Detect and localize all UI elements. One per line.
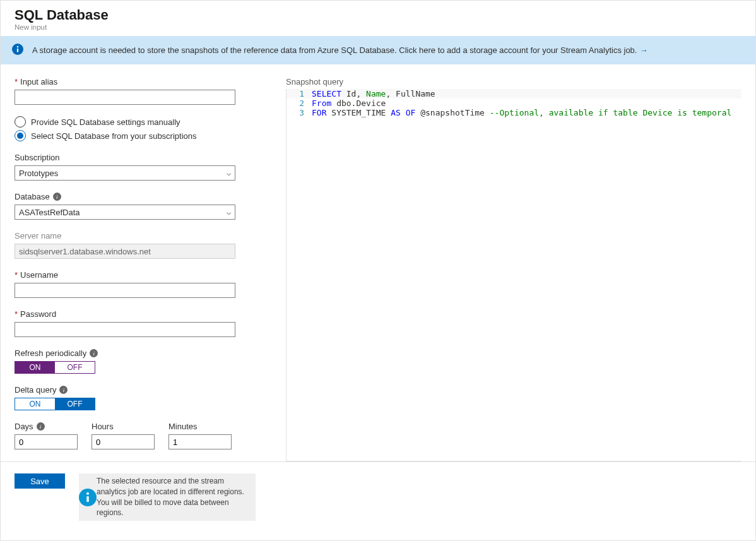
hours-input[interactable] bbox=[92, 434, 155, 449]
radio-manual[interactable]: Provide SQL Database settings manually bbox=[15, 116, 267, 128]
svg-rect-1 bbox=[17, 49, 18, 52]
password-field: *Password bbox=[15, 309, 267, 337]
region-warning: The selected resource and the stream ana… bbox=[79, 473, 256, 521]
page-title: SQL Database bbox=[15, 7, 741, 23]
radio-icon bbox=[15, 116, 26, 128]
database-label: Database bbox=[15, 192, 50, 201]
chevron-down-icon: ⌵ bbox=[227, 208, 231, 217]
delta-toggle[interactable]: ON OFF bbox=[15, 398, 95, 410]
subscription-select[interactable]: Prototypes ⌵ bbox=[15, 165, 235, 181]
password-input[interactable] bbox=[15, 322, 235, 337]
arrow-right-icon: → bbox=[639, 45, 647, 55]
info-icon bbox=[12, 44, 23, 57]
days-input[interactable] bbox=[15, 434, 78, 449]
subscription-label: Subscription bbox=[15, 153, 60, 162]
toggle-off: OFF bbox=[55, 362, 95, 373]
region-warning-text: The selected resource and the stream ana… bbox=[97, 476, 248, 518]
input-alias-input[interactable] bbox=[15, 90, 235, 105]
database-select[interactable]: ASATestRefData ⌵ bbox=[15, 205, 235, 220]
snapshot-query-label: Snapshot query bbox=[286, 77, 741, 86]
hours-label: Hours bbox=[92, 422, 114, 431]
username-input[interactable] bbox=[15, 283, 235, 298]
minutes-input[interactable] bbox=[168, 434, 232, 449]
input-alias-label: Input alias bbox=[20, 77, 57, 86]
toggle-on: ON bbox=[15, 398, 55, 410]
page-header: SQL Database New input bbox=[1, 1, 755, 36]
refresh-label: Refresh periodically bbox=[15, 348, 86, 358]
refresh-toggle[interactable]: ON OFF bbox=[15, 361, 95, 374]
refresh-field: Refresh periodicallyi ON OFF bbox=[15, 348, 267, 374]
toggle-off: OFF bbox=[55, 398, 95, 410]
subscription-field: Subscription Prototypes ⌵ bbox=[15, 153, 267, 181]
days-label: Days bbox=[15, 422, 33, 431]
toggle-on: ON bbox=[15, 362, 55, 373]
snapshot-query-editor[interactable]: 1SELECT Id, Name, FullName2From dbo.Devi… bbox=[286, 89, 741, 461]
svg-rect-4 bbox=[86, 496, 89, 502]
server-name-field: Server name bbox=[15, 231, 267, 259]
help-icon[interactable]: i bbox=[90, 349, 98, 357]
username-label: Username bbox=[20, 270, 58, 280]
server-name-input bbox=[15, 244, 235, 259]
banner-text: A storage account is needed to store the… bbox=[32, 45, 637, 55]
server-label: Server name bbox=[15, 231, 61, 241]
database-value: ASATestRefData bbox=[19, 208, 80, 217]
save-button[interactable]: Save bbox=[15, 473, 65, 489]
radio-sub-label: Select SQL Database from your subscripti… bbox=[31, 131, 197, 141]
username-field: *Username bbox=[15, 270, 267, 298]
help-icon[interactable]: i bbox=[37, 422, 45, 431]
info-icon bbox=[79, 489, 97, 506]
svg-rect-5 bbox=[86, 492, 89, 495]
database-field: Databasei ASATestRefData ⌵ bbox=[15, 192, 267, 220]
input-alias-field: *Input alias bbox=[15, 77, 267, 105]
radio-subscription[interactable]: Select SQL Database from your subscripti… bbox=[15, 130, 267, 141]
help-icon[interactable]: i bbox=[59, 386, 68, 394]
password-label: Password bbox=[20, 309, 56, 319]
radio-manual-label: Provide SQL Database settings manually bbox=[31, 117, 180, 127]
delta-field: Delta queryi ON OFF bbox=[15, 385, 267, 410]
minutes-label: Minutes bbox=[168, 422, 198, 431]
page-subtitle: New input bbox=[15, 23, 741, 31]
svg-rect-2 bbox=[17, 46, 18, 47]
chevron-down-icon: ⌵ bbox=[227, 169, 231, 177]
radio-icon-selected bbox=[15, 130, 26, 141]
help-icon[interactable]: i bbox=[53, 193, 61, 201]
storage-banner[interactable]: A storage account is needed to store the… bbox=[1, 36, 755, 64]
delta-label: Delta query bbox=[15, 385, 56, 395]
subscription-value: Prototypes bbox=[19, 169, 58, 178]
